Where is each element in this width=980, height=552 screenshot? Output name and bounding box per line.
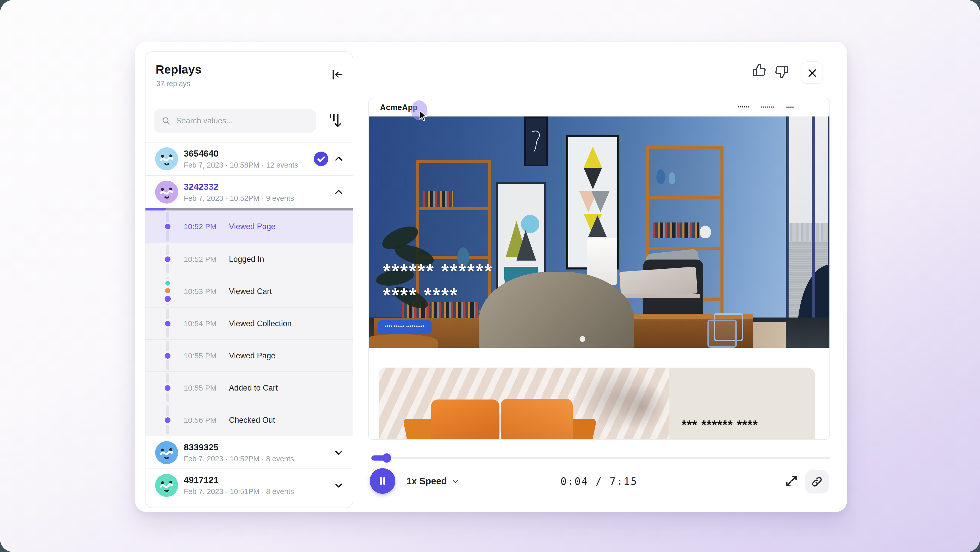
replay-count: 37 replays [156, 80, 190, 88]
session-id: 4917121 [184, 475, 218, 485]
event-label: Viewed Cart [229, 287, 272, 296]
event-dot [165, 321, 170, 327]
event-label: Logged In [229, 255, 264, 264]
window-illustration [786, 116, 830, 348]
pause-button[interactable] [370, 468, 395, 494]
session-row-8339325[interactable]: 8339325Feb 7, 2023 · 10:52PM · 8 events [145, 436, 353, 469]
event-time: 10:55 PM [184, 384, 216, 392]
search-input[interactable] [176, 108, 309, 133]
event-dot [165, 288, 170, 293]
sidebar-search-row [145, 99, 353, 142]
close-button[interactable] [800, 61, 823, 84]
event-dot [165, 257, 170, 262]
close-icon [807, 67, 818, 79]
thumbs-down-icon [773, 64, 789, 80]
event-row[interactable]: 10:55 PMAdded to Cart [145, 372, 353, 404]
time-display: 0:04 / 7:15 [560, 475, 638, 487]
chevron-down-icon[interactable] [333, 447, 344, 458]
replay-site-nav-links: ***************** [738, 98, 794, 116]
collapse-sidebar-button[interactable] [329, 67, 345, 83]
avatar [155, 180, 178, 204]
event-time: 10:54 PM [184, 319, 216, 328]
event-time: 10:55 PM [184, 351, 216, 360]
session-progress-fill [145, 208, 166, 211]
avatar [155, 441, 178, 464]
cursor-icon [419, 111, 428, 122]
replay-site-body: *** ****** **** [369, 348, 830, 440]
event-row[interactable]: 10:55 PMViewed Page [145, 339, 353, 372]
replay-viewport: AcmeApp ***************** [368, 98, 830, 440]
stool [369, 334, 438, 348]
sidebar-header: Replays 37 replays [145, 52, 353, 99]
copy-link-button[interactable] [805, 470, 829, 493]
replay-nav-masked-item: **** [786, 105, 794, 110]
product-image-sofa [379, 368, 670, 440]
timeline-scrubber[interactable] [369, 453, 830, 463]
session-list: 3654640Feb 7, 2023 · 10:58PM · 12 events… [145, 142, 353, 501]
link-icon [811, 476, 823, 488]
chevron-up-icon[interactable] [333, 187, 344, 198]
event-label: Added to Cart [229, 383, 278, 392]
product-masked-text: *** ****** **** [682, 418, 758, 432]
session-meta: Feb 7, 2023 · 10:52PM · 9 events [184, 194, 294, 203]
player-controls: 1x Speed 0:04 / 7:15 [368, 466, 830, 496]
avatar [155, 147, 178, 171]
hero-cta-button: **** ****** ********** [378, 320, 431, 334]
session-row-3654640[interactable]: 3654640Feb 7, 2023 · 10:58PM · 12 events [145, 142, 353, 175]
thumbs-up-icon [752, 62, 767, 78]
session-id: 8339325 [184, 442, 218, 452]
pause-icon [377, 475, 388, 487]
desktop-background: Replays 37 replays [0, 0, 980, 552]
session-id: 3242332 [184, 182, 218, 192]
replay-nav-masked-item: ****** [738, 105, 750, 110]
event-dot [165, 417, 170, 423]
event-time: 10:56 PM [184, 416, 216, 424]
sort-descending-icon [327, 110, 342, 130]
event-label: Viewed Page [229, 351, 275, 361]
thumbs-down-button[interactable] [773, 64, 789, 80]
product-card: *** ****** **** [379, 368, 815, 440]
event-time: 10:53 PM [184, 287, 216, 296]
page-title: Replays [156, 62, 202, 77]
product-info-panel: *** ****** **** [670, 368, 815, 440]
event-dot [165, 296, 171, 302]
expand-icon [784, 474, 799, 488]
wall-art-small [524, 116, 548, 166]
avatar [155, 474, 178, 497]
session-meta: Feb 7, 2023 · 10:52PM · 8 events [184, 455, 294, 463]
session-id: 3654640 [184, 148, 218, 159]
chevron-up-icon[interactable] [333, 153, 344, 164]
fullscreen-button[interactable] [784, 474, 799, 489]
replay-hero-image: ****** ****** **** **** **** ****** ****… [369, 116, 830, 348]
session-progress-rest [166, 208, 353, 211]
session-meta: Feb 7, 2023 · 10:58PM · 12 events [184, 161, 298, 169]
event-label: Checked Out [229, 416, 275, 425]
session-row-4917121[interactable]: 4917121Feb 7, 2023 · 10:51PM · 8 events [145, 469, 353, 501]
event-time: 10:52 PM [184, 222, 216, 231]
speed-label: 1x Speed [407, 476, 447, 487]
event-row[interactable]: 10:52 PMViewed Page [145, 211, 353, 242]
thumbs-up-button[interactable] [752, 62, 767, 79]
session-row-3242332[interactable]: 3242332Feb 7, 2023 · 10:52PM · 9 events [145, 175, 353, 208]
event-dot [165, 281, 170, 286]
carousel-dot [579, 336, 585, 342]
event-dot [165, 385, 170, 391]
event-row[interactable]: 10:52 PMLogged In [145, 242, 353, 275]
event-label: Viewed Collection [229, 319, 292, 328]
hero-masked-heading-line2: **** **** [383, 284, 458, 306]
replay-site-navbar: AcmeApp ***************** [369, 98, 829, 116]
speed-selector[interactable]: 1x Speed [407, 466, 460, 496]
event-row[interactable]: 10:54 PMViewed Collection [145, 307, 353, 339]
event-dot [165, 224, 170, 230]
sort-button[interactable] [326, 110, 344, 132]
event-row[interactable]: 10:56 PMChecked Out [145, 404, 353, 436]
scrubber-knob[interactable] [382, 453, 391, 463]
selected-check-badge[interactable] [313, 151, 329, 167]
search-icon [161, 116, 171, 126]
session-meta: Feb 7, 2023 · 10:51PM · 8 events [184, 487, 294, 496]
chevron-down-icon[interactable] [333, 480, 344, 491]
replay-modal: Replays 37 replays [135, 42, 847, 512]
event-time: 10:52 PM [184, 255, 216, 263]
event-row[interactable]: 10:53 PMViewed Cart [145, 275, 353, 307]
search-input-wrap [154, 108, 316, 133]
